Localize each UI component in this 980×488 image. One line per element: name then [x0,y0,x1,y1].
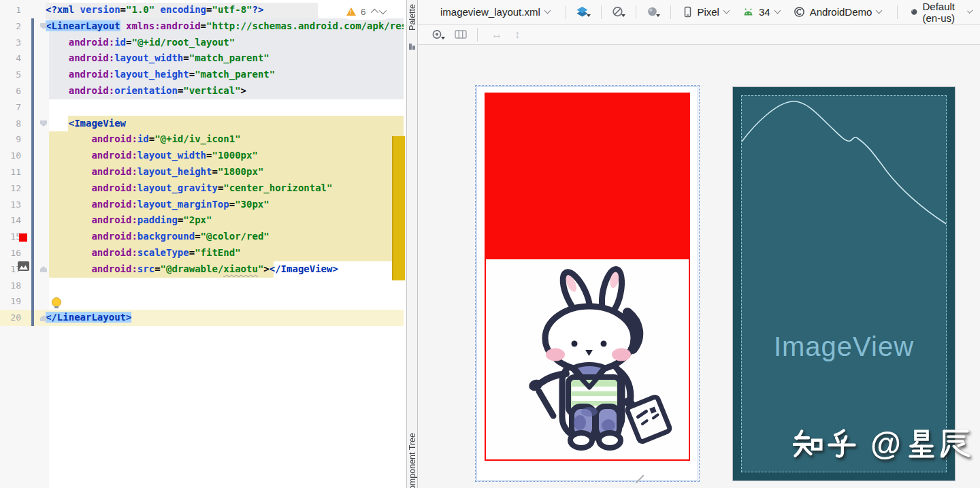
component-tree-tab[interactable]: Component Tree [408,433,417,488]
design-surface-selector[interactable] [576,6,591,18]
line-number: 19 [0,293,21,310]
view-options-toolbar: ↔ ↕ [418,25,980,45]
vertical-resize-icon[interactable]: ↕ [514,29,520,41]
device-icon [683,6,692,18]
code-line-5[interactable]: android:layout_height="match_parent" [46,67,275,83]
locale-label: Default (en-us) [922,1,964,24]
app-theme-label: AndroidDemo [810,6,872,18]
watermark-char-hu [827,429,857,459]
api-level-selector[interactable]: 34 [742,6,783,18]
dropdown-caret-icon [656,14,660,17]
chevron-down-icon [876,7,883,14]
code-line-3[interactable]: android:id="@+id/root_layout" [46,35,235,51]
drawable-preview-icon[interactable] [18,261,29,271]
xml-code-editor[interactable]: 1234567891011121314151617181920 <?xml ve… [0,0,407,488]
app-theme-icon [794,6,805,18]
intention-bulb-icon[interactable] [52,297,61,307]
divider [670,5,671,19]
design-view-device[interactable] [476,86,698,481]
code-line-4[interactable]: android:layout_width="match_parent" [46,50,270,67]
warning-icon [346,7,356,16]
file-tab-label: imageview_layout.xml [440,6,540,18]
palette-tab[interactable]: Palette [408,4,417,31]
view-options-button[interactable] [431,29,445,40]
imageview-blueprint-label: ImageView [742,331,946,362]
line-number: 11 [0,164,21,180]
code-line-12[interactable]: android:layout_gravity="center_horizonta… [46,180,332,197]
code-line-8[interactable]: <ImageView [46,116,126,132]
line-number: 5 [0,67,21,83]
divider [636,5,636,19]
code-line-11[interactable]: android:layout_height="1800px" [46,164,263,180]
blueprint-imageview-bounds[interactable]: ImageView [741,95,947,472]
columns-icon [455,29,467,39]
watermark-at-sign: @ [870,429,901,459]
code-line-16[interactable]: android:scaleType="fitEnd" [46,245,241,261]
api-level-label: 34 [759,6,770,18]
file-variant-selector[interactable]: imageview_layout.xml [436,6,553,18]
line-number: 7 [0,99,21,116]
line-number: 2 [0,18,21,35]
android-api-icon [742,7,754,16]
vcs-change-stripe [31,18,34,326]
divider [566,5,566,19]
orientation-selector[interactable] [612,6,625,18]
line-number: 10 [0,148,21,164]
rabbit-drawable-image [486,259,689,459]
watermark-char-zhi [793,429,823,459]
android-studio-window: 1234567891011121314151617181920 <?xml ve… [0,0,980,488]
code-line-6[interactable]: android:orientation="vertical"> [46,83,246,99]
code-line-14[interactable]: android:padding="2px" [46,212,212,229]
app-theme-selector[interactable]: AndroidDemo [794,6,885,18]
line-number: 16 [0,245,21,261]
red-color-preview-icon[interactable] [19,233,27,242]
code-line-17[interactable]: android:src="@drawable/xiaotu"></ImageVi… [46,261,338,278]
locale-selector[interactable]: Default (en-us) [911,1,975,24]
line-number: 3 [0,35,21,51]
blueprint-view-device[interactable]: ImageView @ [732,86,956,481]
design-toolbar: imageview_layout.xml [418,0,980,25]
line-number: 15 [0,229,21,245]
locale-globe-icon [911,6,917,18]
line-number: 8 [0,116,21,132]
blueprint-curve [742,96,947,472]
mountain-icon [19,265,28,270]
tool-window-stripe: Palette Component Tree [407,0,418,488]
imageview-red-background[interactable] [485,93,690,461]
line-number: 13 [0,197,21,213]
night-mode-selector[interactable] [647,6,660,18]
chevron-down-icon [723,7,730,14]
next-issue-icon[interactable] [378,7,386,14]
line-number: 4 [0,50,21,67]
line-number: 6 [0,83,21,99]
watermark-char-xing [906,429,936,459]
dropdown-caret-icon [587,14,591,17]
code-line-13[interactable]: android:layout_marginTop="30px" [46,197,270,213]
previous-issue-icon[interactable] [370,9,378,16]
code-line-2[interactable]: <LinearLayout xmlns:android="http://sche… [46,18,407,35]
highlight-range-marker[interactable] [392,136,405,280]
code-line-9[interactable]: android:id="@+id/iv_icon1" [46,131,241,148]
code-line-20[interactable]: </LinearLayout> [46,310,131,326]
warning-count: 6 [361,7,366,17]
column-layout-button[interactable] [455,29,467,39]
code-line-1[interactable]: <?xml version="1.0" encoding="utf-8"?> [46,2,263,18]
line-number: 1 [0,2,21,18]
horizontal-resize-icon[interactable]: ↔ [491,29,502,41]
watermark-char-chen [941,429,970,459]
divider [897,5,898,19]
rabbit-illustration [486,259,689,459]
line-number: 14 [0,212,21,229]
divider [477,28,478,42]
line-number: 12 [0,180,21,197]
line-number: 18 [0,278,21,294]
code-line-10[interactable]: android:layout_width="1000px" [46,148,258,164]
line-number: 20 [0,310,21,326]
watermark: @ [793,429,970,459]
device-label: Pixel [697,6,719,18]
device-selector[interactable]: Pixel [683,6,732,18]
chevron-down-icon [968,7,973,13]
dropdown-caret-icon [441,37,445,39]
inspections-widget[interactable]: 6 [342,3,391,20]
code-line-15[interactable]: android:background="@color/red" [46,229,270,245]
